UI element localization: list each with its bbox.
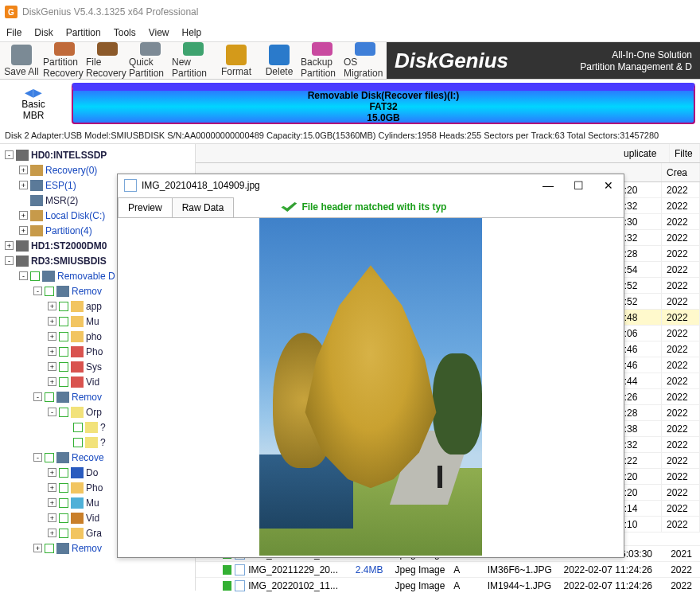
tree-checkbox[interactable] [45, 392, 54, 402]
toolbar-delete[interactable]: Delete [258, 42, 301, 79]
tree-label: Mu [86, 316, 99, 327]
tree-checkbox[interactable] [59, 302, 68, 311]
tree-label: ESP(1) [45, 180, 76, 191]
tree-checkbox[interactable] [59, 347, 68, 357]
tree-label: pho [86, 331, 102, 342]
col-date[interactable]: Crea [662, 163, 700, 181]
tree-toggle-icon[interactable]: + [48, 513, 56, 522]
window-titlebar: G DiskGenius V5.4.3.1325 x64 Professiona… [0, 0, 700, 24]
disk-bar-row: ◀▶ Basic MBR Removable Disk(Recover file… [0, 80, 700, 127]
tree-label: Local Disk(C:) [45, 210, 105, 221]
tree-checkbox[interactable] [45, 287, 54, 296]
tab-raw-data[interactable]: Raw Data [172, 197, 235, 217]
toolbar-new-partition[interactable]: New Partition [172, 42, 215, 79]
folder-icon [85, 422, 98, 433]
tree-toggle-icon[interactable]: - [33, 453, 42, 462]
tree-toggle-icon[interactable]: + [48, 347, 56, 356]
folder-icon [16, 256, 29, 267]
file-header-match-msg: File header matched with its typ [233, 201, 624, 213]
tree-label: Vid [86, 513, 99, 524]
tree-checkbox[interactable] [59, 362, 68, 372]
menu-file[interactable]: File [6, 27, 21, 38]
preview-window[interactable]: IMG_20210418_104909.jpg — ☐ ✕ Preview Ra… [117, 174, 624, 558]
toolbar-format[interactable]: Format [215, 42, 258, 79]
tree-checkbox[interactable] [59, 513, 68, 523]
nav-arrows-icon[interactable]: ◀▶ [25, 86, 42, 99]
toolbar-os-migration[interactable]: OS Migration [344, 42, 387, 79]
toolbar-save-all[interactable]: Save All [0, 42, 43, 79]
menu-tools[interactable]: Tools [114, 27, 136, 38]
minimize-button[interactable]: — [533, 179, 563, 192]
toolbar-icon [355, 42, 375, 56]
close-button[interactable]: ✕ [593, 179, 624, 192]
tree-toggle-icon[interactable]: - [48, 408, 56, 416]
tree-toggle-icon[interactable]: + [19, 211, 28, 220]
tree-checkbox[interactable] [59, 498, 68, 508]
app-logo-icon: G [5, 6, 18, 18]
preview-image [259, 218, 482, 556]
tree-checkbox[interactable] [73, 423, 83, 432]
folder-icon [56, 452, 69, 463]
check-icon [281, 202, 297, 212]
toolbar-icon [183, 42, 204, 56]
tree-toggle-icon[interactable]: + [5, 241, 14, 250]
tree-toggle-icon[interactable]: - [33, 287, 42, 295]
tab-preview[interactable]: Preview [118, 197, 173, 217]
tree-checkbox[interactable] [59, 468, 68, 478]
row-checkbox[interactable] [223, 565, 231, 575]
tree-toggle-icon[interactable]: - [5, 256, 14, 265]
tree-toggle-icon[interactable]: + [19, 166, 28, 174]
toolbar-quick-partition[interactable]: Quick Partition [129, 42, 172, 79]
tree-checkbox[interactable] [45, 453, 54, 462]
folder-icon [30, 165, 43, 176]
tree-label: Recove [72, 452, 104, 463]
file-row[interactable]: IMG_20220102_11...Jpeg ImageAIM1944~1.JP… [196, 577, 700, 593]
tree-item[interactable]: -HD0:INTELSSDP [0, 147, 195, 162]
folder-icon [71, 467, 84, 478]
tree-checkbox[interactable] [59, 317, 68, 326]
toolbar-backup-partition[interactable]: Backup Partition [301, 42, 344, 79]
tree-checkbox[interactable] [59, 529, 68, 538]
col-filter[interactable]: Filte [670, 144, 700, 162]
partition-bar[interactable]: Removable Disk(Recover files)(I:) FAT32 … [72, 83, 695, 124]
toolbar-partition-recovery[interactable]: Partition Recovery [43, 42, 86, 79]
menu-partition[interactable]: Partition [66, 27, 101, 38]
maximize-button[interactable]: ☐ [563, 179, 593, 192]
tree-toggle-icon[interactable]: + [48, 302, 56, 310]
tree-checkbox[interactable] [59, 377, 68, 387]
tree-toggle-icon[interactable]: - [33, 392, 42, 401]
tree-toggle-icon[interactable]: + [19, 181, 28, 189]
menu-disk[interactable]: Disk [34, 27, 52, 38]
tree-toggle-icon[interactable]: + [19, 226, 28, 235]
tree-checkbox[interactable] [59, 332, 68, 341]
tree-label: ? [100, 437, 106, 448]
folder-icon [71, 301, 84, 312]
menu-view[interactable]: View [149, 27, 169, 38]
tree-toggle-icon[interactable]: - [19, 271, 28, 280]
tree-toggle-icon[interactable]: + [48, 483, 56, 492]
col-duplicate[interactable]: uplicate [619, 144, 670, 162]
tree-checkbox[interactable] [59, 483, 68, 493]
tree-toggle-icon[interactable]: + [48, 362, 56, 371]
menu-help[interactable]: Help [182, 27, 202, 38]
tree-toggle-icon[interactable]: + [48, 498, 56, 507]
tree-toggle-icon[interactable]: + [48, 317, 56, 326]
toolbar-icon [11, 45, 32, 65]
toolbar-file-recovery[interactable]: File Recovery [86, 42, 129, 79]
tree-checkbox[interactable] [73, 438, 83, 447]
tree-toggle-icon[interactable]: + [33, 544, 42, 552]
preview-titlebar[interactable]: IMG_20210418_104909.jpg — ☐ ✕ [118, 174, 624, 197]
row-checkbox[interactable] [223, 581, 231, 591]
folder-icon [56, 543, 69, 554]
tree-toggle-icon[interactable]: + [48, 468, 56, 477]
tree-checkbox[interactable] [45, 544, 54, 553]
preview-title: IMG_20210418_104909.jpg [142, 180, 260, 191]
tree-toggle-icon[interactable]: - [5, 150, 14, 159]
banner-left: DiskGenius [395, 49, 508, 73]
tree-toggle-icon[interactable]: + [48, 529, 56, 537]
tree-checkbox[interactable] [30, 271, 40, 281]
tree-toggle-icon[interactable]: + [48, 332, 56, 341]
tree-toggle-icon[interactable]: + [48, 377, 56, 386]
file-row[interactable]: IMG_20211229_20...2.4MBJpeg ImageAIM36F6… [196, 561, 700, 577]
tree-checkbox[interactable] [59, 408, 68, 417]
